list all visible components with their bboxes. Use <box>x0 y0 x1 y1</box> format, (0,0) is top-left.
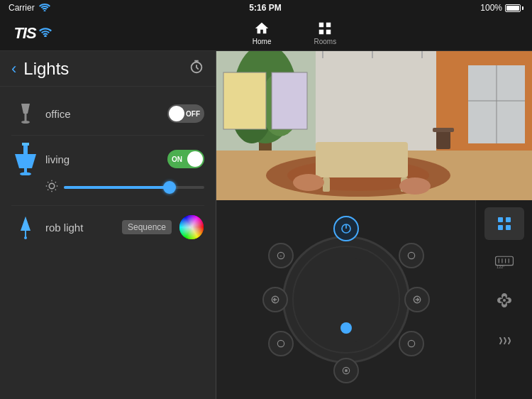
svg-point-40 <box>399 177 431 195</box>
dial-button-left[interactable] <box>262 287 288 312</box>
rob-light-name: rob light <box>45 222 122 234</box>
svg-point-63 <box>408 340 414 346</box>
color-wheel[interactable] <box>179 214 204 240</box>
room-photo <box>216 51 532 200</box>
timer-icon[interactable] <box>189 59 204 78</box>
back-button[interactable]: ‹ <box>11 60 16 78</box>
status-battery-area: 100% <box>480 3 523 13</box>
svg-point-39 <box>293 174 324 191</box>
svg-point-5 <box>21 121 30 124</box>
svg-rect-10 <box>23 144 28 154</box>
svg-rect-11 <box>22 143 29 146</box>
svg-line-20 <box>55 182 56 182</box>
svg-text:+: + <box>279 253 282 258</box>
dial-container: + <box>275 229 417 371</box>
brightness-icon <box>45 180 58 195</box>
dial-button-bottom[interactable] <box>333 358 359 383</box>
dial-button-bottom-right[interactable] <box>399 331 424 356</box>
dial-button-power[interactable] <box>333 216 359 241</box>
top-nav: TIS Home Rooms <box>0 16 532 51</box>
svg-marker-7 <box>15 154 36 168</box>
dial-button-right[interactable] <box>404 287 430 312</box>
lights-list: office OFF <box>0 87 216 399</box>
svg-rect-68 <box>495 256 513 265</box>
wifi-icon <box>39 3 50 13</box>
light-item-rob: rob light Sequence <box>0 206 216 248</box>
room-photo-inner <box>216 51 532 200</box>
light-item-office: office OFF <box>0 92 216 135</box>
office-lamp-icon <box>11 101 40 126</box>
svg-rect-43 <box>272 72 307 129</box>
dial-ring[interactable] <box>282 236 410 364</box>
brightness-slider-row <box>11 180 204 195</box>
office-light-name: office <box>45 108 167 120</box>
svg-rect-66 <box>498 225 503 230</box>
dial-button-top-right[interactable] <box>399 243 424 268</box>
nav-tab-rooms-label: Rooms <box>314 38 337 45</box>
tis-logo: TIS <box>0 24 57 43</box>
wifi-nav-icon <box>39 27 52 40</box>
living-toggle-label: ON <box>172 155 182 163</box>
svg-marker-6 <box>21 104 30 114</box>
lights-panel: ‹ Lights <box>0 51 216 399</box>
svg-text:122°: 122° <box>497 265 504 269</box>
right-panel: + <box>216 51 532 399</box>
panel-title: Lights <box>23 59 182 79</box>
nav-tab-home-label: Home <box>253 38 272 45</box>
nav-tab-rooms[interactable]: Rooms <box>314 21 337 45</box>
bottom-area: + <box>216 200 532 399</box>
sidebar-grid-button[interactable] <box>484 207 524 240</box>
svg-point-1 <box>44 35 47 37</box>
main-layout: ‹ Lights <box>0 51 532 399</box>
right-sidebar: 122° <box>475 200 532 399</box>
svg-line-16 <box>55 190 56 190</box>
svg-rect-42 <box>223 72 266 129</box>
status-time: 5:16 PM <box>249 3 281 13</box>
status-bar: Carrier 5:16 PM 100% <box>0 0 532 16</box>
svg-rect-67 <box>506 225 511 230</box>
battery-icon <box>505 4 523 12</box>
svg-point-61 <box>408 252 414 258</box>
svg-rect-58 <box>345 369 348 372</box>
hvac-area: + <box>216 200 475 399</box>
svg-rect-64 <box>498 217 503 222</box>
living-row: living ON <box>11 143 204 175</box>
svg-rect-65 <box>506 217 511 222</box>
sidebar-heat-button[interactable] <box>484 322 524 355</box>
svg-marker-22 <box>21 217 31 231</box>
light-item-living: living ON <box>0 136 216 205</box>
svg-line-15 <box>48 182 48 182</box>
svg-rect-37 <box>323 177 330 192</box>
dial-button-top-left[interactable]: + <box>268 243 294 268</box>
tis-logo-text: TIS <box>13 24 35 43</box>
svg-point-9 <box>20 173 31 176</box>
svg-rect-36 <box>316 142 408 177</box>
living-light-name: living <box>45 153 167 165</box>
living-toggle[interactable]: ON <box>167 150 204 168</box>
svg-point-0 <box>43 10 45 11</box>
nav-tab-home[interactable]: Home <box>253 21 272 45</box>
sidebar-fan-button[interactable] <box>484 284 524 317</box>
dial-button-bottom-left[interactable] <box>268 331 294 356</box>
status-carrier: Carrier <box>9 3 50 13</box>
rob-spot-icon <box>11 215 40 239</box>
dial-arc <box>286 239 406 360</box>
living-lamp-icon <box>11 143 40 175</box>
brightness-slider[interactable] <box>64 186 204 189</box>
battery-percent: 100% <box>480 3 502 13</box>
room-scene-svg <box>216 51 532 200</box>
sequence-badge: Sequence <box>122 220 172 234</box>
svg-rect-51 <box>433 128 454 132</box>
sidebar-hvac-button[interactable]: 122° <box>484 246 524 278</box>
panel-header: ‹ Lights <box>0 51 216 87</box>
svg-point-52 <box>293 246 399 353</box>
nav-tabs: Home Rooms <box>57 21 532 45</box>
office-toggle[interactable]: OFF <box>167 104 204 123</box>
water-drop-indicator <box>340 322 352 334</box>
svg-rect-50 <box>436 129 450 149</box>
office-toggle-label: OFF <box>186 110 200 118</box>
svg-point-62 <box>277 340 284 346</box>
svg-point-12 <box>49 183 55 189</box>
svg-point-24 <box>24 236 27 239</box>
svg-line-19 <box>48 190 48 190</box>
